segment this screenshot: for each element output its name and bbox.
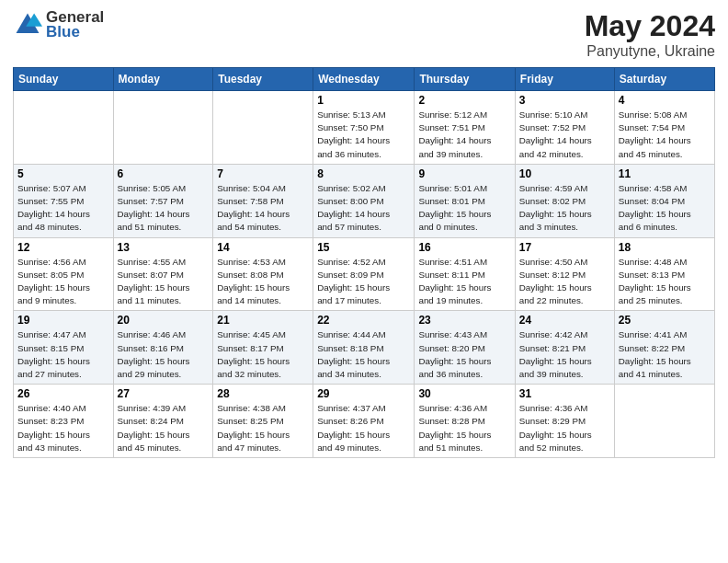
day-info: Sunrise: 4:39 AM Sunset: 8:24 PM Dayligh… xyxy=(118,402,210,454)
day-number: 21 xyxy=(217,314,309,327)
calendar-cell: 20Sunrise: 4:46 AM Sunset: 8:16 PM Dayli… xyxy=(113,311,213,385)
calendar-cell: 2Sunrise: 5:12 AM Sunset: 7:51 PM Daylig… xyxy=(415,91,515,165)
calendar-cell: 26Sunrise: 4:40 AM Sunset: 8:23 PM Dayli… xyxy=(14,385,114,458)
calendar-week-row: 5Sunrise: 5:07 AM Sunset: 7:55 PM Daylig… xyxy=(14,164,715,237)
day-info: Sunrise: 4:55 AM Sunset: 8:07 PM Dayligh… xyxy=(118,256,210,308)
calendar-cell: 5Sunrise: 5:07 AM Sunset: 7:55 PM Daylig… xyxy=(14,164,114,237)
day-number: 7 xyxy=(217,167,309,180)
day-number: 25 xyxy=(619,314,711,327)
day-info: Sunrise: 4:36 AM Sunset: 8:29 PM Dayligh… xyxy=(519,402,610,454)
logo-text: General Blue xyxy=(46,9,104,40)
header: General Blue May 2024 Panyutyne, Ukraine xyxy=(13,9,715,60)
calendar-cell: 15Sunrise: 4:52 AM Sunset: 8:09 PM Dayli… xyxy=(313,237,415,311)
day-info: Sunrise: 4:58 AM Sunset: 8:04 PM Dayligh… xyxy=(619,182,711,235)
calendar-cell: 16Sunrise: 4:51 AM Sunset: 8:11 PM Dayli… xyxy=(415,237,515,311)
day-info: Sunrise: 4:38 AM Sunset: 8:25 PM Dayligh… xyxy=(217,402,309,454)
calendar-cell xyxy=(213,91,313,165)
day-info: Sunrise: 4:36 AM Sunset: 8:28 PM Dayligh… xyxy=(418,402,510,454)
day-number: 26 xyxy=(17,387,109,400)
calendar-cell: 14Sunrise: 4:53 AM Sunset: 8:08 PM Dayli… xyxy=(213,237,313,311)
calendar-cell: 24Sunrise: 4:42 AM Sunset: 8:21 PM Dayli… xyxy=(515,311,614,385)
calendar-cell: 21Sunrise: 4:45 AM Sunset: 8:17 PM Dayli… xyxy=(213,311,313,385)
calendar-cell: 10Sunrise: 4:59 AM Sunset: 8:02 PM Dayli… xyxy=(515,164,614,237)
day-info: Sunrise: 5:13 AM Sunset: 7:50 PM Dayligh… xyxy=(317,109,410,161)
calendar-cell: 29Sunrise: 4:37 AM Sunset: 8:26 PM Dayli… xyxy=(313,385,415,458)
col-header-tuesday: Tuesday xyxy=(213,68,313,91)
day-info: Sunrise: 5:07 AM Sunset: 7:55 PM Dayligh… xyxy=(17,182,109,235)
calendar-cell: 6Sunrise: 5:05 AM Sunset: 7:57 PM Daylig… xyxy=(113,164,213,237)
day-info: Sunrise: 5:04 AM Sunset: 7:58 PM Dayligh… xyxy=(217,182,309,235)
location: Panyutyne, Ukraine xyxy=(585,43,715,60)
day-info: Sunrise: 4:56 AM Sunset: 8:05 PM Dayligh… xyxy=(17,256,109,308)
calendar-cell: 31Sunrise: 4:36 AM Sunset: 8:29 PM Dayli… xyxy=(515,385,614,458)
day-info: Sunrise: 4:53 AM Sunset: 8:08 PM Dayligh… xyxy=(217,256,309,308)
calendar-cell: 25Sunrise: 4:41 AM Sunset: 8:22 PM Dayli… xyxy=(614,311,714,385)
day-info: Sunrise: 4:52 AM Sunset: 8:09 PM Dayligh… xyxy=(317,256,410,308)
day-info: Sunrise: 4:37 AM Sunset: 8:26 PM Dayligh… xyxy=(317,402,410,454)
calendar-cell: 7Sunrise: 5:04 AM Sunset: 7:58 PM Daylig… xyxy=(213,164,313,237)
day-number: 23 xyxy=(418,314,510,327)
day-number: 9 xyxy=(418,167,510,180)
day-number: 14 xyxy=(217,241,309,254)
calendar-cell: 1Sunrise: 5:13 AM Sunset: 7:50 PM Daylig… xyxy=(313,91,415,165)
day-info: Sunrise: 4:59 AM Sunset: 8:02 PM Dayligh… xyxy=(519,182,610,235)
month-title: May 2024 xyxy=(585,9,715,43)
calendar-cell: 17Sunrise: 4:50 AM Sunset: 8:12 PM Dayli… xyxy=(515,237,614,311)
day-info: Sunrise: 4:46 AM Sunset: 8:16 PM Dayligh… xyxy=(118,328,210,381)
day-number: 10 xyxy=(519,167,610,180)
logo: General Blue xyxy=(13,9,104,40)
calendar-cell xyxy=(14,91,114,165)
day-info: Sunrise: 4:41 AM Sunset: 8:22 PM Dayligh… xyxy=(619,328,711,381)
day-info: Sunrise: 5:02 AM Sunset: 8:00 PM Dayligh… xyxy=(317,182,410,235)
day-info: Sunrise: 4:42 AM Sunset: 8:21 PM Dayligh… xyxy=(519,328,610,381)
day-number: 24 xyxy=(519,314,610,327)
day-number: 19 xyxy=(17,314,109,327)
page: General Blue May 2024 Panyutyne, Ukraine… xyxy=(0,0,728,563)
calendar-week-row: 19Sunrise: 4:47 AM Sunset: 8:15 PM Dayli… xyxy=(14,311,715,385)
calendar-cell: 28Sunrise: 4:38 AM Sunset: 8:25 PM Dayli… xyxy=(213,385,313,458)
calendar-cell xyxy=(614,385,714,458)
calendar-cell: 23Sunrise: 4:43 AM Sunset: 8:20 PM Dayli… xyxy=(415,311,515,385)
day-number: 15 xyxy=(317,241,410,254)
day-number: 8 xyxy=(317,167,410,180)
day-info: Sunrise: 4:47 AM Sunset: 8:15 PM Dayligh… xyxy=(17,328,109,381)
day-number: 3 xyxy=(519,94,610,107)
day-number: 4 xyxy=(619,94,711,107)
day-number: 13 xyxy=(118,241,210,254)
day-number: 1 xyxy=(317,94,410,107)
col-header-wednesday: Wednesday xyxy=(313,68,415,91)
col-header-thursday: Thursday xyxy=(415,68,515,91)
calendar-cell: 3Sunrise: 5:10 AM Sunset: 7:52 PM Daylig… xyxy=(515,91,614,165)
calendar-cell: 22Sunrise: 4:44 AM Sunset: 8:18 PM Dayli… xyxy=(313,311,415,385)
calendar-cell xyxy=(113,91,213,165)
day-info: Sunrise: 5:01 AM Sunset: 8:01 PM Dayligh… xyxy=(418,182,510,235)
logo-icon xyxy=(13,10,42,40)
day-info: Sunrise: 4:40 AM Sunset: 8:23 PM Dayligh… xyxy=(17,402,109,454)
day-info: Sunrise: 4:48 AM Sunset: 8:13 PM Dayligh… xyxy=(619,256,711,308)
calendar-header-row: SundayMondayTuesdayWednesdayThursdayFrid… xyxy=(14,68,715,91)
day-number: 30 xyxy=(418,387,510,400)
col-header-saturday: Saturday xyxy=(614,68,714,91)
day-info: Sunrise: 4:50 AM Sunset: 8:12 PM Dayligh… xyxy=(519,256,610,308)
calendar-cell: 4Sunrise: 5:08 AM Sunset: 7:54 PM Daylig… xyxy=(614,91,714,165)
day-number: 28 xyxy=(217,387,309,400)
day-number: 17 xyxy=(519,241,610,254)
calendar-cell: 30Sunrise: 4:36 AM Sunset: 8:28 PM Dayli… xyxy=(415,385,515,458)
calendar-cell: 18Sunrise: 4:48 AM Sunset: 8:13 PM Dayli… xyxy=(614,237,714,311)
logo-blue: Blue xyxy=(46,24,104,41)
day-number: 5 xyxy=(17,167,109,180)
day-number: 31 xyxy=(519,387,610,400)
calendar-week-row: 1Sunrise: 5:13 AM Sunset: 7:50 PM Daylig… xyxy=(14,91,715,165)
day-info: Sunrise: 5:05 AM Sunset: 7:57 PM Dayligh… xyxy=(118,182,210,235)
day-number: 2 xyxy=(418,94,510,107)
day-number: 6 xyxy=(118,167,210,180)
calendar-cell: 19Sunrise: 4:47 AM Sunset: 8:15 PM Dayli… xyxy=(14,311,114,385)
calendar-cell: 27Sunrise: 4:39 AM Sunset: 8:24 PM Dayli… xyxy=(113,385,213,458)
day-number: 20 xyxy=(118,314,210,327)
day-number: 16 xyxy=(418,241,510,254)
calendar-cell: 13Sunrise: 4:55 AM Sunset: 8:07 PM Dayli… xyxy=(113,237,213,311)
day-info: Sunrise: 5:08 AM Sunset: 7:54 PM Dayligh… xyxy=(619,109,711,161)
day-info: Sunrise: 5:12 AM Sunset: 7:51 PM Dayligh… xyxy=(418,109,510,161)
day-number: 12 xyxy=(17,241,109,254)
day-number: 11 xyxy=(619,167,711,180)
